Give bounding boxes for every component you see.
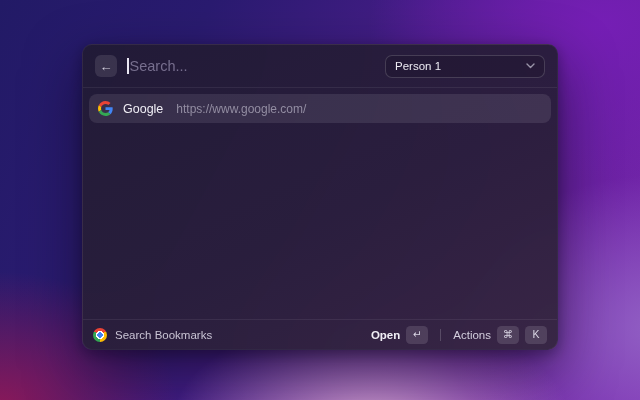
launcher-header: ← Person 1 <box>83 45 557 87</box>
open-action-button[interactable]: Open ↵ <box>371 326 428 344</box>
launcher-window: ← Person 1 Google https://ww <box>82 44 558 350</box>
return-key-icon: ↵ <box>406 326 428 344</box>
launcher-footer: Search Bookmarks Open ↵ Actions ⌘ K <box>83 319 557 349</box>
profile-dropdown-value: Person 1 <box>395 60 441 72</box>
search-input[interactable] <box>129 58 376 74</box>
footer-action-divider <box>440 329 441 341</box>
search-field-wrap <box>127 58 375 74</box>
command-source-label: Search Bookmarks <box>115 329 212 341</box>
command-key-icon: ⌘ <box>497 326 519 344</box>
actions-menu-button[interactable]: Actions ⌘ K <box>453 326 547 344</box>
back-button[interactable]: ← <box>95 55 117 77</box>
actions-menu-label: Actions <box>453 329 491 341</box>
open-action-label: Open <box>371 329 400 341</box>
result-title: Google <box>123 102 163 116</box>
results-list: Google https://www.google.com/ <box>83 88 557 129</box>
chrome-icon <box>93 328 107 342</box>
back-arrow-icon: ← <box>100 60 113 73</box>
profile-dropdown[interactable]: Person 1 <box>385 55 545 78</box>
chevron-down-icon <box>526 63 535 69</box>
k-key-icon: K <box>525 326 547 344</box>
result-url: https://www.google.com/ <box>176 102 306 116</box>
google-favicon-icon <box>98 101 113 116</box>
result-row-google[interactable]: Google https://www.google.com/ <box>89 94 551 123</box>
results-empty-area <box>83 129 557 319</box>
